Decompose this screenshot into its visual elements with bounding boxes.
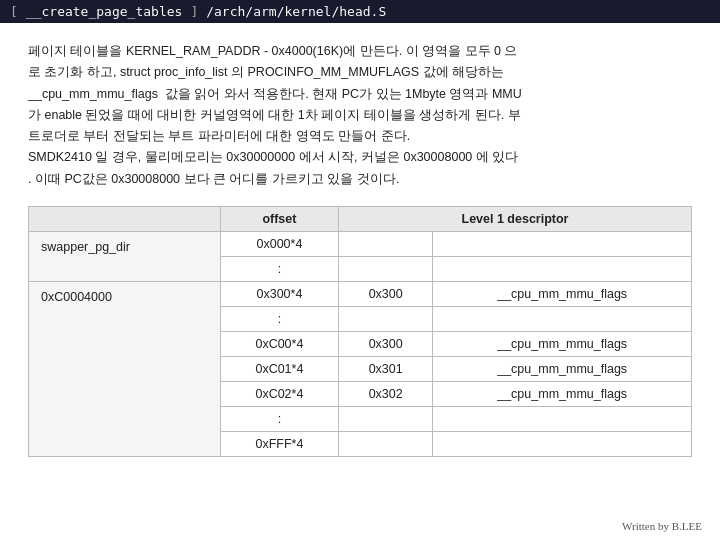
description-block: 페이지 테이블을 KERNEL_RAM_PADDR - 0x4000(16K)에… <box>28 41 692 190</box>
index-0x300: 0x300 <box>339 281 433 306</box>
offset-0xc00: 0xC00*4 <box>220 331 338 356</box>
desc-0xc01: __cpu_mm_mmu_flags <box>433 356 692 381</box>
offset-0x000: 0x000*4 <box>220 231 338 256</box>
desc-line-4: 가 enable 된었을 때에 대비한 커널영역에 대한 1차 페이지 테이블을… <box>28 108 521 122</box>
desc-line-3: __cpu_mm_mmu_flags 값을 읽어 와서 적용한다. 현재 PC가… <box>28 87 522 101</box>
index-dot1 <box>339 256 433 281</box>
footer-credit: Written by B.LEE <box>622 520 702 532</box>
offset-dot2: : <box>220 306 338 331</box>
desc-dot1 <box>433 256 692 281</box>
table-header-row: offset Level 1 descriptor <box>29 206 692 231</box>
desc-line-6: SMDK2410 일 경우, 물리메모리는 0x30000000 에서 시작, … <box>28 150 518 164</box>
bracket-close: ] <box>190 4 198 19</box>
table-row: swapper_pg_dir 0x000*4 <box>29 231 692 256</box>
main-content: 페이지 테이블을 KERNEL_RAM_PADDR - 0x4000(16K)에… <box>0 23 720 467</box>
desc-dot2 <box>433 306 692 331</box>
index-empty-1 <box>339 231 433 256</box>
desc-dot3 <box>433 406 692 431</box>
desc-line-5: 트로더로 부터 전달되는 부트 파라미터에 대한 영역도 만들어 준다. <box>28 129 410 143</box>
col-empty-header <box>29 206 221 231</box>
col-offset-header: offset <box>220 206 338 231</box>
bracket-open: [ <box>10 4 18 19</box>
desc-0xfff <box>433 431 692 456</box>
table-wrapper: offset Level 1 descriptor swapper_pg_dir… <box>28 206 692 457</box>
index-0xc02: 0x302 <box>339 381 433 406</box>
header-path: /arch/arm/kernel/head.S <box>206 4 386 19</box>
desc-line-7: . 이때 PC값은 0x30008000 보다 큰 어디를 가르키고 있을 것이… <box>28 172 399 186</box>
desc-0x300: __cpu_mm_mmu_flags <box>433 281 692 306</box>
desc-0xc00: __cpu_mm_mmu_flags <box>433 331 692 356</box>
table-row-0xc: 0xC0004000 0x300*4 0x300 __cpu_mm_mmu_fl… <box>29 281 692 306</box>
index-0xc00: 0x300 <box>339 331 433 356</box>
header-bar: [ __create_page_tables ] /arch/arm/kerne… <box>0 0 720 23</box>
row-label-0xc: 0xC0004000 <box>29 281 221 456</box>
offset-0x300: 0x300*4 <box>220 281 338 306</box>
index-0xfff <box>339 431 433 456</box>
offset-0xfff: 0xFFF*4 <box>220 431 338 456</box>
desc-0xc02: __cpu_mm_mmu_flags <box>433 381 692 406</box>
desc-empty-1 <box>433 231 692 256</box>
function-name: __create_page_tables <box>26 4 183 19</box>
col-descriptor-header: Level 1 descriptor <box>339 206 692 231</box>
index-0xc01: 0x301 <box>339 356 433 381</box>
index-dot2 <box>339 306 433 331</box>
offset-dot3: : <box>220 406 338 431</box>
offset-dot1: : <box>220 256 338 281</box>
offset-0xc01: 0xC01*4 <box>220 356 338 381</box>
row-label-swapper: swapper_pg_dir <box>29 231 221 281</box>
offset-0xc02: 0xC02*4 <box>220 381 338 406</box>
index-dot3 <box>339 406 433 431</box>
desc-line-2: 로 초기화 하고, struct proc_info_list 의 PROCIN… <box>28 65 504 79</box>
desc-line-1: 페이지 테이블을 KERNEL_RAM_PADDR - 0x4000(16K)에… <box>28 44 517 58</box>
page-table: offset Level 1 descriptor swapper_pg_dir… <box>28 206 692 457</box>
